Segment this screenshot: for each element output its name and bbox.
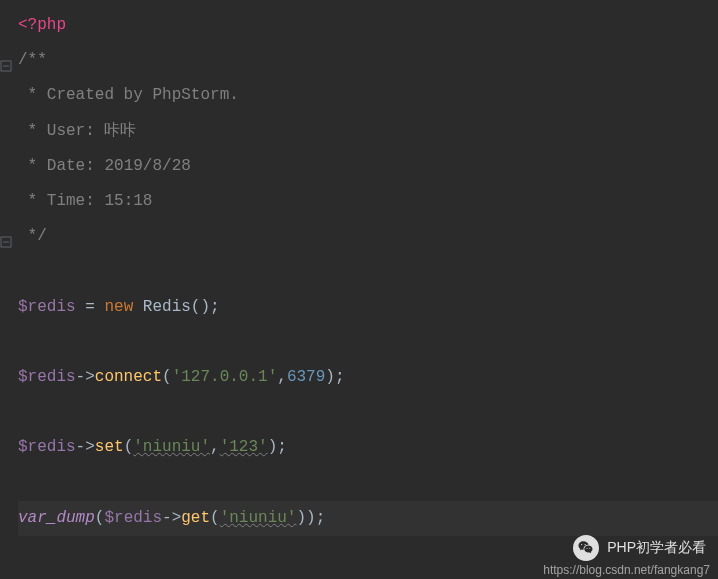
keyword-new: new — [104, 298, 133, 316]
method-connect: connect — [95, 368, 162, 386]
class-name: Redis — [133, 298, 191, 316]
semicolon: ; — [335, 368, 345, 386]
number-port: 6379 — [287, 368, 325, 386]
docblock-open: /** — [18, 51, 47, 69]
variable: $redis — [104, 509, 162, 527]
code-line: <?php — [18, 8, 718, 43]
paren: ) — [296, 509, 306, 527]
doc-time-value: 15:18 — [104, 192, 152, 210]
code-line: */ — [18, 219, 718, 254]
code-line: * Date: 2019/8/28 — [18, 149, 718, 184]
fold-icon[interactable] — [0, 51, 12, 63]
code-line — [18, 465, 718, 500]
function-vardump: var_dump — [18, 509, 95, 527]
watermark-badge: PHP初学者必看 — [573, 535, 706, 561]
doc-user-value: 咔咔 — [104, 122, 136, 140]
code-line — [18, 254, 718, 289]
method-set: set — [95, 438, 124, 456]
doc-user-label: * User: — [18, 122, 104, 140]
docblock-close: */ — [18, 227, 47, 245]
doc-date-value: 2019/8/28 — [104, 157, 190, 175]
code-line: * User: 咔咔 — [18, 114, 718, 149]
paren: ( — [95, 509, 105, 527]
code-line: $redis->connect('127.0.0.1',6379); — [18, 360, 718, 395]
paren: ) — [325, 368, 335, 386]
comma: , — [277, 368, 287, 386]
semicolon: ; — [316, 509, 326, 527]
string-key: 'niuniu' — [220, 509, 297, 527]
code-line: $redis = new Redis(); — [18, 290, 718, 325]
variable: $redis — [18, 298, 76, 316]
code-editor[interactable]: <?php /** * Created by PhpStorm. * User:… — [0, 0, 718, 544]
code-line: * Created by PhpStorm. — [18, 78, 718, 113]
php-open-tag: <?php — [18, 16, 66, 34]
code-line: * Time: 15:18 — [18, 184, 718, 219]
doc-created: * Created by PhpStorm. — [18, 86, 239, 104]
paren: ( — [162, 368, 172, 386]
code-line — [18, 395, 718, 430]
doc-time-label: * Time: — [18, 192, 104, 210]
paren: ) — [268, 438, 278, 456]
string-value: '123' — [220, 438, 268, 456]
wechat-icon — [573, 535, 599, 561]
paren: ( — [191, 298, 201, 316]
fold-icon[interactable] — [0, 227, 12, 239]
watermark-text: PHP初学者必看 — [607, 539, 706, 557]
watermark-url: https://blog.csdn.net/fangkang7 — [543, 563, 710, 577]
paren: ( — [210, 509, 220, 527]
variable: $redis — [18, 368, 76, 386]
paren: ( — [124, 438, 134, 456]
arrow: -> — [162, 509, 181, 527]
method-get: get — [181, 509, 210, 527]
semicolon: ; — [210, 298, 220, 316]
paren: ) — [200, 298, 210, 316]
doc-date-label: * Date: — [18, 157, 104, 175]
code-line: $redis->set('niuniu','123'); — [18, 430, 718, 465]
semicolon: ; — [277, 438, 287, 456]
variable: $redis — [18, 438, 76, 456]
arrow: -> — [76, 368, 95, 386]
comma: , — [210, 438, 220, 456]
operator: = — [76, 298, 105, 316]
code-line — [18, 325, 718, 360]
code-line-current: var_dump($redis->get('niuniu')); — [18, 501, 718, 536]
arrow: -> — [76, 438, 95, 456]
code-line: /** — [18, 43, 718, 78]
string-host: '127.0.0.1' — [172, 368, 278, 386]
string-key: 'niuniu' — [133, 438, 210, 456]
paren: ) — [306, 509, 316, 527]
